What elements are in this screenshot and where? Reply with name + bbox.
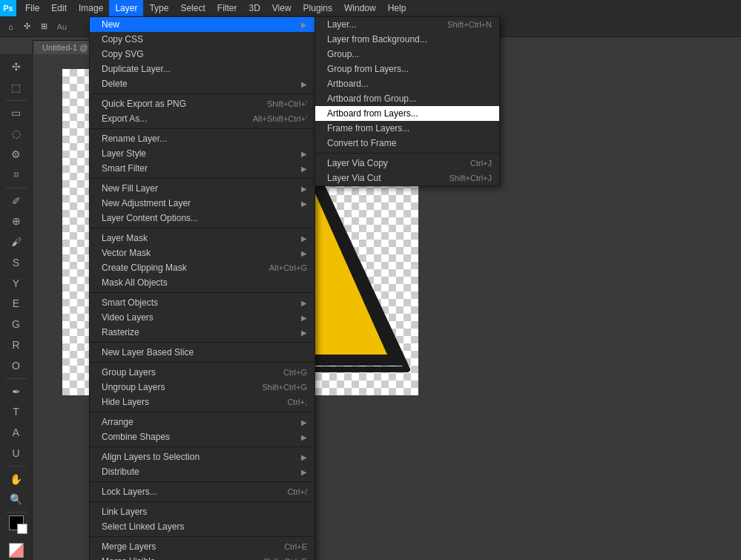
menu-shortcut-quick-export: Shift+Ctrl+' (267, 99, 307, 108)
layer-menu-item-group-layers[interactable]: Group LayersCtrl+G (90, 365, 314, 380)
submenu-label-layer-from-background: Layer from Background... (327, 34, 427, 45)
menu-3d[interactable]: 3D (243, 0, 266, 16)
blur-tool[interactable]: R (6, 335, 27, 355)
quick-select-tool[interactable]: ⚙ (6, 145, 27, 164)
menu-arrow-video-layers: ▶ (301, 314, 307, 322)
menu-filter[interactable]: Filter (211, 0, 243, 16)
eraser-tool[interactable]: E (6, 294, 27, 314)
layer-menu-item-new[interactable]: New▶ (90, 17, 314, 32)
layer-menu-item-rasterize[interactable]: Rasterize▶ (90, 325, 314, 340)
crop-tool[interactable]: ⌗ (6, 165, 27, 185)
new-submenu-item-group-from-layers[interactable]: Group from Layers... (315, 62, 499, 76)
menu-item-label-new-layer-based-slice: New Layer Based Slice (102, 347, 194, 358)
move-tool[interactable]: ✣ (6, 57, 27, 76)
layer-menu-item-distribute[interactable]: Distribute▶ (90, 464, 314, 479)
eyedropper-tool[interactable]: ✐ (6, 191, 27, 211)
menu-shortcut-group-layers: Ctrl+G (283, 368, 307, 377)
layer-menu-item-ungroup-layers[interactable]: Ungroup LayersShift+Ctrl+G (90, 380, 314, 395)
layer-menu-item-copy-css[interactable]: Copy CSS (90, 32, 314, 47)
menu-window[interactable]: Window (338, 0, 382, 16)
new-submenu-item-artboard[interactable]: Artboard... (315, 76, 499, 91)
menu-image[interactable]: Image (73, 0, 109, 16)
move-tool-option[interactable]: ✣ (20, 20, 34, 33)
type-tool[interactable]: T (6, 402, 27, 421)
menu-arrow-smart-objects: ▶ (301, 299, 307, 307)
submenu-label-layer: Layer... (327, 19, 356, 30)
toolbar-label: Au (54, 22, 70, 31)
layer-menu-item-select-linked-layers[interactable]: Select Linked Layers (90, 519, 314, 534)
layer-menu-item-align-layers[interactable]: Align Layers to Selection▶ (90, 449, 314, 464)
new-submenu-item-layer-via-cut[interactable]: Layer Via CutShift+Ctrl+J (315, 171, 499, 185)
new-submenu-item-group[interactable]: Group... (315, 47, 499, 62)
healing-tool[interactable]: ⊕ (6, 211, 27, 231)
menu-arrow-new-adjustment-layer: ▶ (301, 200, 307, 208)
layer-menu-item-combine-shapes[interactable]: Combine Shapes▶ (90, 429, 314, 444)
layer-menu-item-smart-filter[interactable]: Smart Filter▶ (90, 161, 314, 176)
menu-layer[interactable]: Layer (109, 0, 143, 16)
menu-plugins[interactable]: Plugins (297, 0, 338, 16)
auto-select[interactable]: ⊞ (37, 20, 51, 33)
dodge-tool[interactable]: O (6, 356, 27, 375)
layer-menu-item-rename-layer[interactable]: Rename Layer... (90, 131, 314, 146)
lasso-tool[interactable]: ◌ (6, 124, 27, 143)
foreground-color[interactable] (9, 515, 24, 530)
layer-menu-item-export-as[interactable]: Export As...Alt+Shift+Ctrl+' (90, 111, 314, 126)
artboard-tool[interactable]: ⬚ (6, 78, 27, 97)
home-button[interactable]: ⌂ (4, 21, 17, 33)
layer-menu-item-quick-export[interactable]: Quick Export as PNGShift+Ctrl+' (90, 96, 314, 111)
menu-item-label-rasterize: Rasterize (102, 327, 139, 337)
new-submenu-item-layer-via-copy[interactable]: Layer Via CopyCtrl+J (315, 156, 499, 171)
new-submenu-item-artboard-from-group[interactable]: Artboard from Group... (315, 91, 499, 106)
layer-menu-item-vector-mask[interactable]: Vector Mask▶ (90, 246, 314, 260)
layer-menu-item-lock-layers[interactable]: Lock Layers...Ctrl+/ (90, 484, 314, 499)
menu-type[interactable]: Type (143, 0, 174, 16)
layer-menu-item-duplicate-layer[interactable]: Duplicate Layer... (90, 62, 314, 76)
menu-edit[interactable]: Edit (45, 0, 73, 16)
menu-select[interactable]: Select (174, 0, 211, 16)
layer-menu-item-delete[interactable]: Delete▶ (90, 76, 314, 91)
menu-item-label-copy-svg: Copy SVG (102, 49, 144, 59)
new-submenu-item-convert-to-frame[interactable]: Convert to Frame (315, 136, 499, 151)
layer-menu-item-merge-layers[interactable]: Merge LayersCtrl+E (90, 539, 314, 554)
history-brush-tool[interactable]: Y (6, 274, 27, 293)
layer-menu-item-layer-mask[interactable]: Layer Mask▶ (90, 231, 314, 246)
layer-menu-item-new-fill-layer[interactable]: New Fill Layer▶ (90, 181, 314, 196)
new-submenu-item-artboard-from-layers[interactable]: Artboard from Layers... (315, 106, 499, 121)
new-submenu-item-layer-from-background[interactable]: Layer from Background... (315, 32, 499, 47)
menu-file[interactable]: File (19, 0, 45, 16)
layer-menu-item-mask-all-objects[interactable]: Mask All Objects (90, 275, 314, 290)
gradient-tool[interactable]: G (6, 314, 27, 334)
menu-separator-37 (90, 481, 314, 482)
layer-menu-item-new-layer-based-slice[interactable]: New Layer Based Slice (90, 345, 314, 360)
zoom-tool[interactable]: 🔍 (6, 490, 27, 510)
menu-separator-42 (90, 536, 314, 537)
submenu-shortcut-layer-via-cut: Shift+Ctrl+J (449, 174, 492, 182)
new-submenu-item-layer[interactable]: Layer...Shift+Ctrl+N (315, 17, 499, 32)
new-submenu-item-frame-from-layers[interactable]: Frame from Layers... (315, 121, 499, 136)
layer-menu-item-merge-visible[interactable]: Merge VisibleShift+Ctrl+E (90, 554, 314, 560)
layer-menu-item-arrange[interactable]: Arrange▶ (90, 415, 314, 429)
background-color[interactable] (17, 524, 27, 534)
menu-help[interactable]: Help (382, 0, 412, 16)
layer-menu-item-smart-objects[interactable]: Smart Objects▶ (90, 295, 314, 310)
pen-tool[interactable]: ✒ (6, 382, 27, 401)
layer-menu-item-link-layers[interactable]: Link Layers (90, 504, 314, 519)
layer-menu-item-new-adjustment-layer[interactable]: New Adjustment Layer▶ (90, 196, 314, 211)
menu-arrow-align-layers: ▶ (301, 453, 307, 461)
brush-tool[interactable]: 🖌 (6, 232, 27, 251)
layer-menu-item-create-clipping-mask[interactable]: Create Clipping MaskAlt+Ctrl+G (90, 260, 314, 275)
layer-menu-item-layer-style[interactable]: Layer Style▶ (90, 146, 314, 161)
layer-menu-item-layer-content-options[interactable]: Layer Content Options... (90, 211, 314, 225)
clone-stamp-tool[interactable]: S (6, 253, 27, 272)
layer-menu-item-hide-layers[interactable]: Hide LayersCtrl+, (90, 395, 314, 409)
menu-view[interactable]: View (266, 0, 297, 16)
layer-menu-item-video-layers[interactable]: Video Layers▶ (90, 310, 314, 325)
menu-item-label-combine-shapes: Combine Shapes (102, 432, 170, 442)
quick-mask-btn[interactable] (6, 541, 27, 560)
shape-tool[interactable]: U (6, 444, 27, 463)
path-select-tool[interactable]: A (6, 423, 27, 442)
layer-menu-item-copy-svg[interactable]: Copy SVG (90, 47, 314, 62)
marquee-tool[interactable]: ▭ (6, 104, 27, 123)
submenu-label-frame-from-layers: Frame from Layers... (327, 123, 409, 134)
hand-tool[interactable]: ✋ (6, 470, 27, 489)
